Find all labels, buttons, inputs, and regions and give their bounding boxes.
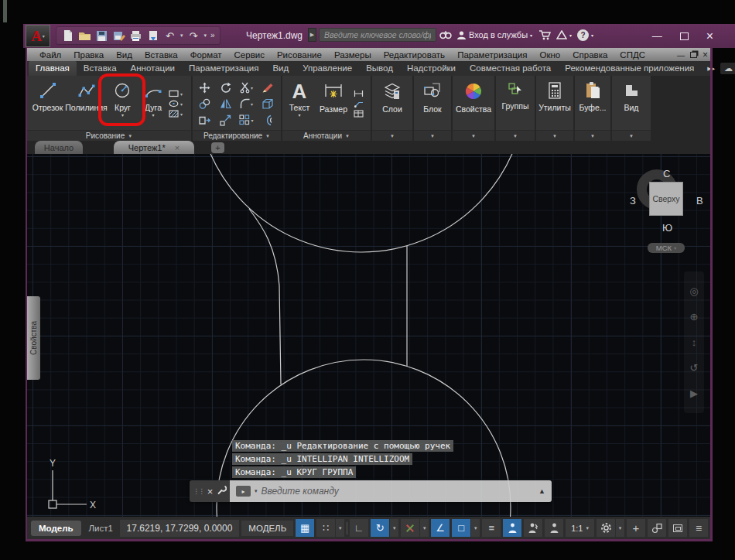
file-tab-drawing1[interactable]: Чертеж1* × [114,141,194,154]
layout-tab-model[interactable]: Модель [31,521,81,536]
menu-insert[interactable]: Вставка [138,50,184,60]
navigation-bar[interactable]: ◎ ⊕ ↕ ↺ ▶ [684,271,704,413]
line-button[interactable]: Отрезок [29,77,67,130]
ribbon-tab-home[interactable]: Главная [29,61,77,76]
ortho-toggle[interactable]: ∟ [350,519,368,537]
text-button[interactable]: A Текст ▾ [284,77,315,130]
crosshair-button[interactable]: + [627,519,645,537]
snap-toggle[interactable]: ∷ [316,519,335,537]
isodraft-toggle[interactable] [401,519,419,537]
coordinates-readout[interactable]: 17.6219, 17.7299, 0.0000 [120,520,240,537]
panel-groups-title[interactable]: ▼ [496,130,535,141]
chevron-down-icon[interactable]: ▾ [255,488,258,494]
osnap-dropdown-icon[interactable]: ▾ [471,519,480,537]
object-snap-tracking-toggle[interactable]: ∠ [431,519,450,537]
command-history-up-icon[interactable]: ▲ [538,487,545,495]
model-space-button[interactable]: МОДЕЛЬ [241,521,293,536]
drag-grip-icon[interactable]: ⋮⋮ [193,487,203,495]
menu-draw[interactable]: Рисование [271,50,328,60]
layers-button[interactable]: Слои [374,77,411,130]
properties-button[interactable]: Свойства [454,77,493,130]
plot-icon[interactable] [129,29,142,43]
command-close-icon[interactable]: × [207,486,214,497]
command-line-window[interactable]: ⋮⋮ × ▸ ▾ ▲ [190,480,552,502]
ellipse-button[interactable]: ▾ [169,100,183,108]
view-button[interactable]: Вид [614,77,649,130]
menu-window[interactable]: Окно [534,50,567,60]
status-menu-button[interactable]: ≡ [689,519,708,537]
orbit-icon[interactable]: ↺ [690,362,699,374]
mirror-button[interactable] [215,96,236,112]
panel-view-title[interactable]: ▼ [612,130,651,141]
publish-icon[interactable] [146,29,159,43]
dimension-button[interactable]: Размер [315,77,352,130]
annotation-visibility-toggle[interactable] [503,519,521,537]
array-button[interactable]: ▾ [236,112,257,128]
layout-tab-list1[interactable]: Лист1 [81,521,121,536]
menu-dimension[interactable]: Размеры [328,50,378,60]
ribbon-tab-output[interactable]: Вывод [359,61,400,76]
a360-button[interactable]: ▾ [556,30,572,39]
box-3d-button[interactable] [257,96,278,112]
panel-block-title[interactable]: ▼ [414,130,451,141]
redo-dropdown-icon[interactable]: ▾ [204,32,207,39]
ribbon-tab-addins[interactable]: Надстройки [400,61,463,76]
menu-modify[interactable]: Редактировать [378,50,451,60]
panel-annotation-title[interactable]: Аннотации ▼ [282,130,371,141]
hatch-button[interactable]: ▾ [169,110,183,118]
undo-dropdown-icon[interactable]: ▾ [180,32,183,39]
gear-dropdown-icon[interactable]: ▾ [616,519,624,537]
steering-wheel-icon[interactable]: ◎ [689,285,698,297]
viewcube-south[interactable]: Ю [662,222,672,234]
polar-tracking-toggle[interactable]: ↻ [371,519,389,537]
utilities-button[interactable]: Утилиты [538,77,572,130]
command-input-area[interactable]: ▸ ▾ ▲ [230,480,552,502]
lineweight-toggle[interactable]: ≡ [482,519,501,537]
groups-button[interactable]: Группы [497,77,533,130]
stretch-button[interactable] [194,112,215,128]
search-history-icon[interactable]: ▶ [308,28,316,42]
panel-properties-title[interactable]: ▼ [453,130,494,141]
viewcube-face-top[interactable]: Сверху [649,182,683,216]
viewcube-west[interactable]: З [630,195,636,207]
panel-clipboard-title[interactable]: ▼ [575,130,610,141]
ribbon-tab-parametric[interactable]: Параметризация [182,61,265,76]
mdi-minimize-button[interactable]: — [677,51,685,60]
snap-dropdown-icon[interactable]: ▾ [336,519,344,537]
mdi-close-button[interactable]: × [703,50,708,60]
isodraft-dropdown-icon[interactable]: ▾ [420,519,429,537]
new-drawing-tab-button[interactable]: + [211,142,224,153]
properties-palette-tab[interactable]: Свойства [27,296,40,380]
mdi-restore-button[interactable] [690,52,697,58]
signin-button[interactable]: Вход в службы ▾ [456,30,532,40]
panel-modify-title[interactable]: Редактирование ▼ [193,130,281,141]
wcs-button[interactable]: МСК ▾ [648,243,685,253]
viewcube-east[interactable]: В [696,195,703,207]
tab-close-icon[interactable]: × [175,143,179,152]
customization-gear-button[interactable] [597,519,615,537]
ribbon-tab-manage[interactable]: Управление [296,61,359,76]
app-store-cart-icon[interactable] [538,29,551,42]
menu-format[interactable]: Формат [184,50,228,60]
panel-utilities-title[interactable]: ▼ [536,130,573,141]
menu-parametric[interactable]: Параметризация [451,50,533,60]
trim-button[interactable]: ▾ [236,80,257,96]
rectangle-button[interactable]: ▾ [169,90,183,97]
panel-draw-title[interactable]: Рисование ▼ [27,130,191,141]
scale-button[interactable] [215,112,236,128]
save-as-icon[interactable] [112,29,125,43]
undo-icon[interactable]: ↶ [163,29,176,43]
maximize-button[interactable] [680,32,689,40]
zoom-icon[interactable]: ↕ [692,336,697,348]
new-file-icon[interactable] [61,29,74,43]
ribbon-tab-collaborate[interactable]: Совместная работа [463,61,558,76]
pan-icon[interactable]: ⊕ [690,311,699,323]
panel-layers-title[interactable]: ▼ [372,130,412,141]
binoculars-search-icon[interactable] [439,29,452,42]
showmotion-icon[interactable]: ▶ [690,388,698,399]
grid-toggle[interactable]: ▦ [296,519,314,537]
ribbon-tab-featured-apps[interactable]: Рекомендованные приложения [558,61,701,76]
search-input[interactable] [319,28,436,42]
clean-screen-button[interactable] [668,519,687,537]
polar-dropdown-icon[interactable]: ▾ [390,519,398,537]
